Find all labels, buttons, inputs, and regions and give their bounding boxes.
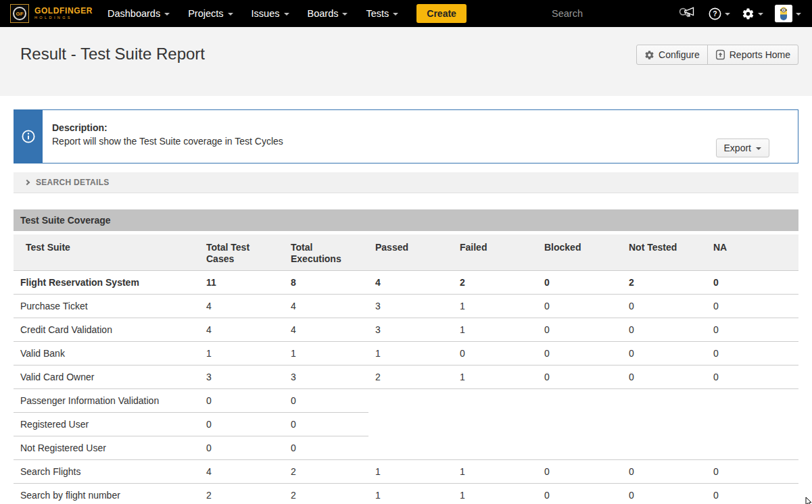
stat-cell: 0	[199, 389, 284, 413]
stat-cell: 2	[284, 484, 368, 504]
stat-cell: 0	[707, 318, 798, 342]
test-suite-name: Not Registered User	[14, 436, 199, 460]
stat-cell: 0	[538, 460, 622, 484]
stat-cell: 11	[199, 271, 284, 295]
stat-cell: 1	[453, 460, 538, 484]
announcement-icon[interactable]	[683, 5, 697, 22]
coverage-header-row: Test SuiteTotal Test CasesTotal Executio…	[14, 234, 798, 271]
stat-cell: 0	[538, 318, 622, 342]
table-row: Valid Bank1110000	[14, 342, 798, 366]
settings-menu[interactable]	[742, 7, 763, 20]
stat-cell: 3	[284, 366, 368, 389]
column-header: Not Tested	[622, 234, 707, 271]
column-header: Total Executions	[284, 234, 368, 271]
page-title: Result - Test Suite Report	[20, 45, 205, 64]
stat-cell: 0	[707, 366, 798, 389]
nav-menu-label: Boards	[308, 8, 339, 19]
column-header: Test Suite	[14, 234, 199, 271]
brand-logo[interactable]: GF GOLDFINGER HOLDINGS	[10, 4, 93, 23]
stat-cell: 4	[284, 318, 368, 342]
stat-cell: 1	[453, 318, 538, 342]
test-suite-name: Passenger Information Validation	[14, 389, 199, 413]
stat-cell: 0	[284, 389, 368, 413]
nav-menu-projects[interactable]: Projects	[188, 8, 233, 19]
table-row: Credit Card Validation4431000	[14, 318, 798, 342]
stat-cell: 0	[538, 295, 622, 318]
nav-menu-label: Issues	[252, 8, 280, 19]
reports-home-button[interactable]: Reports Home	[707, 45, 798, 65]
column-header: Passed	[368, 234, 453, 271]
chevron-down-icon	[284, 13, 289, 16]
nav-menu-label: Projects	[188, 8, 223, 19]
nav-menus: DashboardsProjectsIssuesBoardsTests	[108, 8, 416, 19]
test-suite-name: Valid Card Owner	[14, 366, 199, 389]
stat-cell: 1	[368, 342, 453, 366]
stat-cell: 0	[199, 413, 284, 436]
stat-cell: 1	[368, 484, 453, 504]
column-header: Failed	[453, 234, 538, 271]
create-button[interactable]: Create	[416, 4, 467, 23]
table-row: Search by flight number2211000	[14, 484, 798, 504]
nav-menu-label: Tests	[366, 8, 389, 19]
export-label: Export	[724, 143, 751, 153]
stat-cell: 0	[538, 484, 622, 504]
section-title: Test Suite Coverage	[14, 209, 798, 231]
description-panel: Description: Report will show the Test S…	[14, 109, 798, 163]
description-text: Report will show the Test Suite coverage…	[52, 134, 283, 148]
table-row: Valid Card Owner3321000	[14, 366, 798, 389]
stat-cell: 0	[199, 436, 284, 460]
configure-button[interactable]: Configure	[636, 45, 708, 65]
stat-cell: 1	[199, 342, 284, 366]
chevron-down-icon	[228, 13, 233, 16]
stat-cell: 0	[707, 460, 798, 484]
nav-menu-dashboards[interactable]: Dashboards	[108, 8, 170, 19]
stat-cell: 0	[707, 342, 798, 366]
stat-cell: 2	[199, 484, 284, 504]
reports-home-icon	[715, 49, 725, 60]
column-header: Blocked	[538, 234, 622, 271]
help-menu[interactable]: ?	[709, 7, 730, 20]
user-profile-menu[interactable]	[775, 5, 801, 22]
gear-icon	[644, 50, 654, 60]
svg-text:?: ?	[713, 10, 717, 18]
chevron-down-icon	[758, 13, 763, 16]
info-icon	[21, 129, 36, 144]
column-header: Total Test Cases	[199, 234, 284, 271]
search-input[interactable]	[552, 8, 678, 19]
stat-cell: 4	[368, 271, 453, 295]
top-navigation-bar: GF GOLDFINGER HOLDINGS DashboardsProject…	[0, 0, 812, 27]
stat-cell: 0	[622, 460, 707, 484]
table-row: Search Flights4211000	[14, 460, 798, 484]
configure-label: Configure	[659, 49, 700, 60]
stat-cell: 1	[368, 460, 453, 484]
export-button[interactable]: Export	[716, 138, 769, 157]
stat-cell: 1	[453, 366, 538, 389]
nav-menu-tests[interactable]: Tests	[366, 8, 398, 19]
stat-cell: 0	[622, 484, 707, 504]
nav-menu-issues[interactable]: Issues	[252, 8, 289, 19]
test-suite-name: Credit Card Validation	[14, 318, 199, 342]
stat-cell: 4	[199, 295, 284, 318]
test-suite-name: Purchase Ticket	[14, 295, 199, 318]
stat-cell: 3	[368, 318, 453, 342]
gear-icon	[742, 7, 755, 20]
test-suite-name: Search by flight number	[14, 484, 199, 504]
stat-cell: 0	[538, 342, 622, 366]
stat-cell: 0	[707, 295, 798, 318]
stat-cell: 3	[368, 295, 453, 318]
nav-menu-boards[interactable]: Boards	[308, 8, 348, 19]
stat-cell: 0	[538, 366, 622, 389]
chevron-down-icon	[164, 13, 170, 16]
column-header: NA	[707, 234, 798, 271]
screen: GF GOLDFINGER HOLDINGS DashboardsProject…	[0, 0, 812, 504]
search-details-toggle[interactable]: SEARCH DETAILS	[14, 172, 798, 193]
empty-stats-cell	[368, 389, 798, 460]
test-suite-name: Valid Bank	[14, 342, 199, 366]
chevron-down-icon	[796, 13, 801, 16]
coverage-table: Test SuiteTotal Test CasesTotal Executio…	[14, 234, 798, 504]
page-header: Result - Test Suite Report Configure Rep…	[0, 27, 812, 96]
search-box	[552, 7, 668, 21]
description-heading: Description:	[52, 121, 283, 134]
stat-cell: 1	[284, 342, 368, 366]
brand-title: GOLDFINGER	[34, 7, 93, 16]
